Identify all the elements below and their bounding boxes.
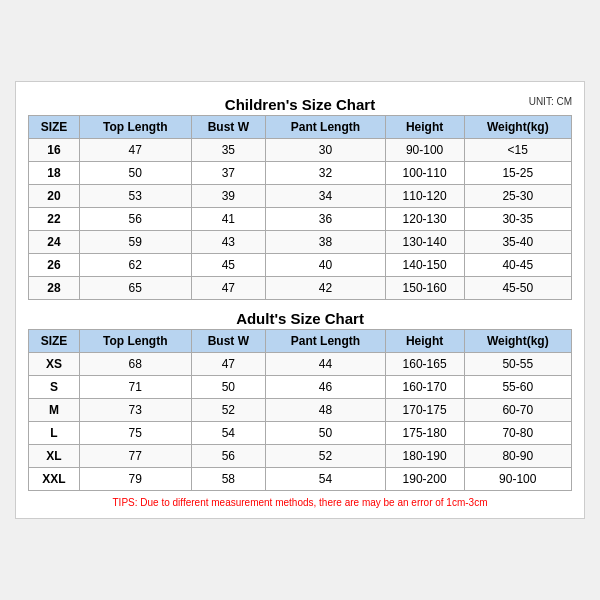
- table-cell: 58: [191, 468, 266, 491]
- table-cell: 65: [79, 277, 191, 300]
- table-cell: 36: [266, 208, 386, 231]
- children-title: Children's Size Chart UNIT: CM: [28, 92, 572, 115]
- table-cell: 52: [266, 445, 386, 468]
- table-cell: 100-110: [385, 162, 464, 185]
- table-cell: 47: [191, 277, 266, 300]
- table-cell: XL: [29, 445, 80, 468]
- table-cell: 130-140: [385, 231, 464, 254]
- table-cell: 75: [79, 422, 191, 445]
- children-table-body: 1647353090-100<1518503732100-11015-25205…: [29, 139, 572, 300]
- table-cell: 37: [191, 162, 266, 185]
- adult-col-top-length: Top Length: [79, 330, 191, 353]
- table-cell: 79: [79, 468, 191, 491]
- table-cell: 30: [266, 139, 386, 162]
- table-row: 26624540140-15040-45: [29, 254, 572, 277]
- table-cell: 71: [79, 376, 191, 399]
- table-cell: 80-90: [464, 445, 571, 468]
- table-row: 18503732100-11015-25: [29, 162, 572, 185]
- col-top-length: Top Length: [79, 116, 191, 139]
- table-cell: 30-35: [464, 208, 571, 231]
- table-cell: 18: [29, 162, 80, 185]
- table-cell: 41: [191, 208, 266, 231]
- table-cell: 73: [79, 399, 191, 422]
- adult-col-pant-length: Pant Length: [266, 330, 386, 353]
- table-cell: 15-25: [464, 162, 571, 185]
- table-cell: 54: [191, 422, 266, 445]
- table-cell: 140-150: [385, 254, 464, 277]
- table-cell: 110-120: [385, 185, 464, 208]
- table-cell: 55-60: [464, 376, 571, 399]
- table-cell: 59: [79, 231, 191, 254]
- table-cell: 56: [79, 208, 191, 231]
- table-row: XL775652180-19080-90: [29, 445, 572, 468]
- adults-title-text: Adult's Size Chart: [236, 310, 364, 327]
- table-cell: 22: [29, 208, 80, 231]
- col-height: Height: [385, 116, 464, 139]
- table-cell: 45-50: [464, 277, 571, 300]
- table-cell: 52: [191, 399, 266, 422]
- table-cell: XXL: [29, 468, 80, 491]
- table-cell: 47: [79, 139, 191, 162]
- table-cell: 90-100: [385, 139, 464, 162]
- children-size-table: SIZE Top Length Bust W Pant Length Heigh…: [28, 115, 572, 300]
- table-cell: 40: [266, 254, 386, 277]
- col-bust-w: Bust W: [191, 116, 266, 139]
- table-cell: M: [29, 399, 80, 422]
- table-cell: 48: [266, 399, 386, 422]
- table-cell: 60-70: [464, 399, 571, 422]
- table-cell: 38: [266, 231, 386, 254]
- table-cell: 46: [266, 376, 386, 399]
- col-pant-length: Pant Length: [266, 116, 386, 139]
- table-row: L755450175-18070-80: [29, 422, 572, 445]
- table-row: XXL795854190-20090-100: [29, 468, 572, 491]
- table-cell: <15: [464, 139, 571, 162]
- table-cell: S: [29, 376, 80, 399]
- adult-col-weight: Weight(kg): [464, 330, 571, 353]
- table-cell: 20: [29, 185, 80, 208]
- adult-header-row: SIZE Top Length Bust W Pant Length Heigh…: [29, 330, 572, 353]
- table-cell: 175-180: [385, 422, 464, 445]
- children-header-row: SIZE Top Length Bust W Pant Length Heigh…: [29, 116, 572, 139]
- table-cell: 24: [29, 231, 80, 254]
- table-cell: 160-165: [385, 353, 464, 376]
- table-cell: 190-200: [385, 468, 464, 491]
- table-cell: 160-170: [385, 376, 464, 399]
- table-cell: L: [29, 422, 80, 445]
- table-cell: XS: [29, 353, 80, 376]
- table-cell: 40-45: [464, 254, 571, 277]
- table-cell: 170-175: [385, 399, 464, 422]
- adult-table-body: XS684744160-16550-55S715046160-17055-60M…: [29, 353, 572, 491]
- col-size: SIZE: [29, 116, 80, 139]
- table-cell: 47: [191, 353, 266, 376]
- table-cell: 16: [29, 139, 80, 162]
- table-cell: 50-55: [464, 353, 571, 376]
- table-cell: 77: [79, 445, 191, 468]
- table-row: XS684744160-16550-55: [29, 353, 572, 376]
- table-cell: 44: [266, 353, 386, 376]
- adult-size-table: SIZE Top Length Bust W Pant Length Heigh…: [28, 329, 572, 491]
- table-cell: 28: [29, 277, 80, 300]
- unit-label: UNIT: CM: [529, 96, 572, 107]
- table-cell: 45: [191, 254, 266, 277]
- table-cell: 34: [266, 185, 386, 208]
- table-cell: 180-190: [385, 445, 464, 468]
- table-cell: 39: [191, 185, 266, 208]
- table-cell: 25-30: [464, 185, 571, 208]
- table-cell: 56: [191, 445, 266, 468]
- table-cell: 26: [29, 254, 80, 277]
- table-row: 22564136120-13030-35: [29, 208, 572, 231]
- table-cell: 42: [266, 277, 386, 300]
- table-cell: 50: [266, 422, 386, 445]
- table-cell: 50: [79, 162, 191, 185]
- col-weight: Weight(kg): [464, 116, 571, 139]
- chart-container: Children's Size Chart UNIT: CM SIZE Top …: [15, 81, 585, 519]
- children-title-text: Children's Size Chart: [225, 96, 375, 113]
- table-cell: 150-160: [385, 277, 464, 300]
- table-row: 24594338130-14035-40: [29, 231, 572, 254]
- table-cell: 53: [79, 185, 191, 208]
- table-cell: 54: [266, 468, 386, 491]
- table-cell: 50: [191, 376, 266, 399]
- adults-title: Adult's Size Chart: [28, 306, 572, 329]
- table-cell: 35: [191, 139, 266, 162]
- table-row: 1647353090-100<15: [29, 139, 572, 162]
